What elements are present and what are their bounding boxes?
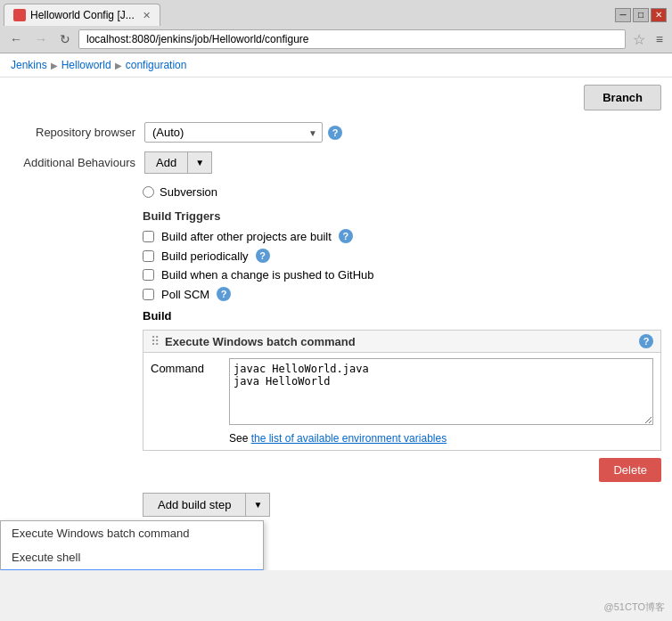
- breadcrumb-sep-2: ▶: [115, 61, 122, 70]
- repository-browser-select[interactable]: (Auto): [144, 122, 323, 143]
- add-build-step-row: Add build step ▼ Execute Windows batch c…: [0, 486, 672, 520]
- repository-browser-label: Repository browser: [11, 126, 135, 139]
- tab-bar: Helloworld Config [J... ✕ ─ □ ✕: [0, 0, 672, 26]
- build-trigger-1-label: Build after other projects are built: [161, 230, 332, 243]
- repository-browser-help-icon[interactable]: ?: [328, 126, 342, 140]
- tab-favicon: [13, 9, 26, 21]
- add-build-step-dropdown-button[interactable]: ▼: [245, 493, 270, 517]
- maximize-button[interactable]: □: [633, 8, 649, 22]
- content-area: Jenkins ▶ Helloworld ▶ configuration Bra…: [0, 53, 672, 570]
- build-trigger-3-row: Build when a change is pushed to GitHub: [0, 266, 672, 284]
- forward-button[interactable]: →: [30, 30, 52, 48]
- build-trigger-4-row: Poll SCM ?: [0, 284, 672, 304]
- repository-browser-select-wrapper: (Auto): [144, 122, 323, 143]
- bookmark-icon[interactable]: ☆: [629, 31, 649, 48]
- build-trigger-4-help-icon[interactable]: ?: [217, 287, 231, 301]
- minimize-button[interactable]: ─: [615, 8, 631, 22]
- window-controls: ─ □ ✕: [615, 8, 668, 22]
- repository-browser-section: Repository browser (Auto) ? Additional B…: [0, 114, 672, 182]
- repository-browser-row: Repository browser (Auto) ?: [11, 118, 661, 147]
- repository-browser-controls: (Auto) ?: [144, 122, 342, 143]
- subversion-row: Subversion: [0, 182, 672, 202]
- delete-row: Delete: [0, 454, 672, 486]
- command-row: Command: [143, 353, 660, 430]
- menu-icon[interactable]: ≡: [652, 32, 667, 46]
- add-build-btn-group: Add build step ▼: [143, 493, 270, 517]
- build-trigger-1-help-icon[interactable]: ?: [339, 229, 353, 243]
- tab-label: Helloworld Config [J...: [30, 9, 135, 21]
- breadcrumb-helloworld[interactable]: Helloworld: [61, 59, 111, 71]
- breadcrumb-sep-1: ▶: [51, 61, 58, 70]
- build-trigger-2-row: Build periodically ?: [0, 246, 672, 266]
- breadcrumb-configuration[interactable]: configuration: [126, 59, 187, 71]
- build-trigger-1-checkbox[interactable]: [143, 231, 154, 242]
- breadcrumb-jenkins[interactable]: Jenkins: [11, 59, 47, 71]
- build-section-header: Build: [0, 304, 672, 326]
- step-title: Execute Windows batch command: [165, 335, 356, 348]
- nav-bar: ← → ↻ ☆ ≡: [0, 26, 672, 53]
- dropdown-item-execute-batch[interactable]: Execute Windows batch command: [1, 521, 263, 545]
- additional-behaviours-row: Additional Behaviours Add ▼: [11, 147, 661, 178]
- build-trigger-1-row: Build after other projects are built ?: [0, 226, 672, 246]
- step-help-icon[interactable]: ?: [639, 334, 653, 348]
- additional-behaviours-label: Additional Behaviours: [11, 156, 135, 169]
- browser-chrome: Helloworld Config [J... ✕ ─ □ ✕ ← → ↻ ☆ …: [0, 0, 672, 53]
- command-label: Command: [151, 358, 222, 375]
- step-header: ⠿ Execute Windows batch command ?: [143, 331, 660, 353]
- build-trigger-3-label: Build when a change is pushed to GitHub: [161, 268, 374, 282]
- drag-icon: ⠿: [151, 334, 160, 348]
- tab-close-icon[interactable]: ✕: [143, 10, 151, 21]
- execute-batch-step-box: ⠿ Execute Windows batch command ? Comman…: [143, 330, 661, 451]
- address-bar[interactable]: [78, 29, 626, 49]
- build-trigger-2-help-icon[interactable]: ?: [256, 249, 270, 263]
- branch-button[interactable]: Branch: [584, 85, 661, 110]
- close-button[interactable]: ✕: [651, 8, 667, 22]
- subversion-label: Subversion: [160, 185, 217, 199]
- add-btn-group: Add ▼: [144, 151, 212, 174]
- breadcrumb: Jenkins ▶ Helloworld ▶ configuration: [0, 53, 672, 78]
- additional-behaviours-controls: Add ▼: [144, 151, 212, 174]
- add-build-step-button[interactable]: Add build step: [143, 493, 245, 517]
- add-build-step-dropdown-menu: Execute Windows batch command Execute sh…: [0, 520, 264, 570]
- add-button[interactable]: Add: [144, 151, 187, 174]
- env-vars-link[interactable]: the list of available environment variab…: [251, 432, 447, 445]
- browser-tab[interactable]: Helloworld Config [J... ✕: [4, 4, 160, 26]
- subversion-radio[interactable]: [143, 186, 154, 198]
- build-trigger-2-label: Build periodically: [161, 249, 249, 263]
- dropdown-item-invoke-ant[interactable]: Invoke Ant: [1, 569, 263, 570]
- build-trigger-4-checkbox[interactable]: [143, 289, 154, 300]
- build-trigger-4-label: Poll SCM: [161, 288, 209, 301]
- add-dropdown-button[interactable]: ▼: [187, 151, 212, 174]
- step-help-circle[interactable]: ?: [639, 334, 653, 348]
- build-trigger-2-checkbox[interactable]: [143, 250, 154, 262]
- reload-button[interactable]: ↻: [55, 30, 75, 48]
- build-triggers-header: Build Triggers: [0, 202, 672, 226]
- env-vars-text: See: [229, 432, 251, 445]
- delete-button[interactable]: Delete: [599, 458, 661, 482]
- build-trigger-3-checkbox[interactable]: [143, 269, 154, 281]
- env-vars-row: See the list of available environment va…: [143, 430, 660, 450]
- branch-area: Branch: [0, 78, 672, 114]
- dropdown-item-execute-shell[interactable]: Execute shell: [1, 545, 263, 569]
- command-textarea[interactable]: [229, 358, 653, 425]
- back-button[interactable]: ←: [5, 30, 27, 48]
